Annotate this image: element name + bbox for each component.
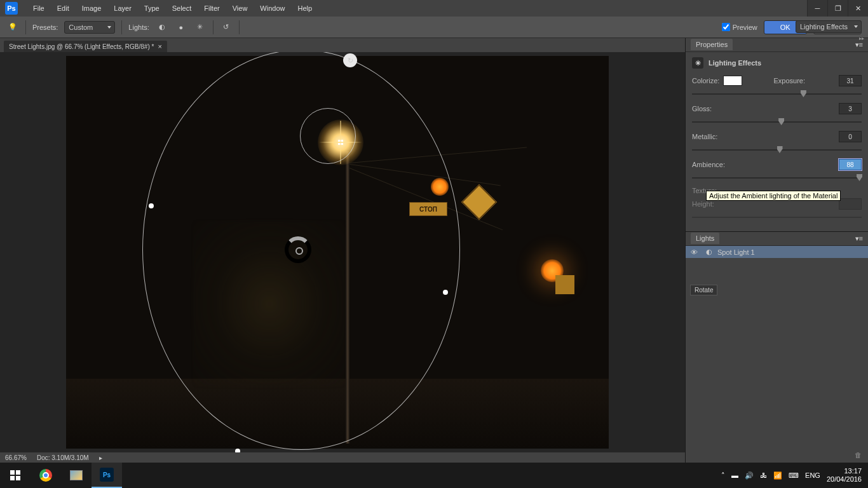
gloss-label: Gloss: xyxy=(692,105,712,112)
infinite-light-icon[interactable]: ✳ xyxy=(194,21,207,34)
doc-info: Doc: 3.10M/3.10M xyxy=(37,454,89,461)
menu-window[interactable]: Window xyxy=(254,0,291,17)
spot-light-icon: ◐ xyxy=(706,248,712,256)
clock[interactable]: 13:17 20/04/2016 xyxy=(827,467,862,484)
ambience-tooltip: Adjust the Ambient lighting of the Mater… xyxy=(706,191,841,201)
menu-type[interactable]: Type xyxy=(138,0,166,17)
colorize-label: Colorize: xyxy=(692,77,719,85)
menu-edit[interactable]: Edit xyxy=(51,0,76,17)
gloss-slider[interactable] xyxy=(692,118,862,126)
stop-sign: СТОП xyxy=(409,202,447,216)
preview-label: Preview xyxy=(733,24,757,31)
close-button[interactable]: ✕ xyxy=(848,0,868,17)
rotate-tooltip: Rotate xyxy=(690,285,717,295)
svg-rect-1 xyxy=(16,470,20,475)
menu-layer[interactable]: Layer xyxy=(107,0,138,17)
menu-view[interactable]: View xyxy=(226,0,254,17)
zoom-level[interactable]: 66.67% xyxy=(5,454,27,461)
keyboard-icon[interactable]: ⌨ xyxy=(789,471,799,480)
preview-checkbox[interactable] xyxy=(722,23,730,31)
panel-menu-icon[interactable]: ▾≡ xyxy=(855,234,863,243)
exposure-value[interactable]: 31 xyxy=(839,75,862,86)
menu-select[interactable]: Select xyxy=(166,0,198,17)
point-light-icon[interactable]: ● xyxy=(175,21,187,34)
document-canvas[interactable]: СТОП xyxy=(66,56,609,449)
svg-rect-3 xyxy=(16,476,20,480)
lighting-effects-dropdown[interactable]: Lighting Effects xyxy=(796,20,862,33)
svg-rect-0 xyxy=(10,470,15,475)
canvas-area: СТОП ↻ xyxy=(0,52,685,452)
light-item-label: Spot Light 1 xyxy=(717,248,755,256)
exposure-slider[interactable] xyxy=(692,90,862,98)
trash-icon[interactable]: 🗑 xyxy=(855,451,862,459)
height-value xyxy=(839,198,862,210)
lights-label: Lights: xyxy=(128,24,149,31)
panel-menu-icon[interactable]: ▾≡ xyxy=(855,41,863,49)
status-bar: 66.67% Doc: 3.10M/3.10M ▸ xyxy=(0,452,685,463)
bulb-icon: 💡 xyxy=(6,21,19,34)
visibility-icon[interactable]: 👁 xyxy=(691,248,701,256)
gloss-value[interactable]: 3 xyxy=(839,103,862,114)
spot-light-icon[interactable]: ◐ xyxy=(156,21,168,34)
metallic-slider[interactable] xyxy=(692,146,862,154)
lighting-effects-icon: ✳ xyxy=(692,57,703,69)
effect-title: Lighting Effects xyxy=(709,59,761,67)
presets-label: Presets: xyxy=(32,24,58,31)
taskbar-photoshop[interactable]: Ps xyxy=(92,463,122,488)
volume-icon[interactable]: 🔊 xyxy=(745,471,754,480)
svg-rect-2 xyxy=(10,476,15,480)
colorize-swatch[interactable] xyxy=(723,76,742,86)
right-panel-area: ▸▸ Properties ▾≡ ✳ Lighting Effects Colo… xyxy=(685,38,868,463)
exposure-label: Exposure: xyxy=(773,77,805,85)
ambience-label: Ambience: xyxy=(692,161,725,168)
windows-taskbar: Ps ˄ ▬ 🔊 🖧 📶 ⌨ ENG 13:17 20/04/2016 xyxy=(0,463,868,488)
taskbar-chrome[interactable] xyxy=(31,463,61,488)
menu-help[interactable]: Help xyxy=(291,0,318,17)
reset-icon[interactable]: ↺ xyxy=(220,21,233,34)
minimize-button[interactable]: ─ xyxy=(807,0,827,17)
properties-panel: ✳ Lighting Effects Colorize: Exposure: 3… xyxy=(686,52,868,231)
options-bar: 💡 Presets: Custom Lights: ◐ ● ✳ ↺ Previe… xyxy=(0,17,868,38)
document-tab-title: Street Lights.jpg @ 66.7% (Light Effects… xyxy=(9,43,154,50)
metallic-value[interactable]: 0 xyxy=(839,131,862,142)
menu-image[interactable]: Image xyxy=(76,0,108,17)
wifi-icon[interactable]: 📶 xyxy=(773,471,782,480)
document-tab[interactable]: Street Lights.jpg @ 66.7% (Light Effects… xyxy=(4,41,167,52)
tab-close-icon[interactable]: × xyxy=(158,43,161,50)
battery-icon[interactable]: ▬ xyxy=(731,471,738,479)
panel-expand-icon[interactable]: ▸▸ xyxy=(685,36,868,41)
window-controls: ─ ❐ ✕ xyxy=(807,0,868,17)
tray-expand-icon[interactable]: ˄ xyxy=(721,471,725,480)
light-item-spot-1[interactable]: 👁 ◐ Spot Light 1 xyxy=(686,246,868,258)
ambience-slider[interactable] xyxy=(692,174,862,182)
presets-dropdown[interactable]: Custom xyxy=(64,21,115,34)
playhead-icon[interactable]: ▸ xyxy=(99,454,102,461)
menu-file[interactable]: File xyxy=(27,0,51,17)
language-indicator[interactable]: ENG xyxy=(805,471,820,479)
start-button[interactable] xyxy=(0,463,31,488)
app-logo: Ps xyxy=(5,2,18,15)
menu-bar: Ps File Edit Image Layer Type Select Fil… xyxy=(0,0,868,17)
metallic-label: Metallic: xyxy=(692,133,717,140)
ambience-value[interactable]: 88 xyxy=(839,159,862,170)
height-slider xyxy=(692,214,862,221)
lights-tab[interactable]: Lights ▾≡ xyxy=(686,232,868,246)
maximize-button[interactable]: ❐ xyxy=(827,0,848,17)
height-label: Height: xyxy=(692,200,714,208)
network-icon[interactable]: 🖧 xyxy=(760,471,767,479)
taskbar-photos[interactable] xyxy=(61,463,92,488)
menu-filter[interactable]: Filter xyxy=(198,0,226,17)
system-tray: ˄ ▬ 🔊 🖧 📶 ⌨ ENG 13:17 20/04/2016 xyxy=(721,467,868,484)
